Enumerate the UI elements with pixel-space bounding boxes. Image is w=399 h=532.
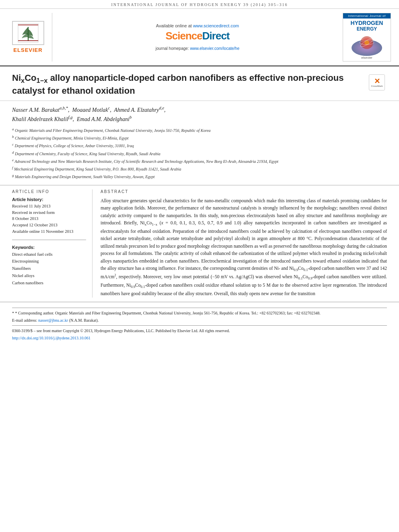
sciencedirect-logo: ScienceDirect	[166, 30, 230, 42]
keywords-section: Keywords: Direct ethanol fuel cells Elec…	[12, 245, 86, 287]
author-barakat: Nasser A.M. Barakat	[12, 107, 60, 113]
abdelghani-affiliation: b	[130, 115, 132, 119]
elsevier-logo-box	[12, 21, 44, 45]
journal-homepage: journal homepage: www.elsevier.com/locat…	[156, 46, 239, 51]
keyword-5: Carbon nanofibers	[12, 279, 86, 287]
doi-note: http://dx.doi.org/10.1016/j.ijhydene.201…	[12, 335, 387, 341]
header: ELSEVIER Available online at www.science…	[0, 9, 399, 66]
keywords-label: Keywords:	[12, 245, 86, 250]
journal-banner: INTERNATIONAL JOURNAL OF HYDROGEN ENERGY…	[0, 0, 399, 9]
corresponding-author-note: * * Corresponding author. Organic Materi…	[12, 310, 387, 316]
elsevier-label: ELSEVIER	[13, 47, 42, 53]
crossmark-image: ✕ CrossMark	[369, 74, 385, 90]
logo-science: Science	[166, 30, 202, 42]
history-revised-date: 8 October 2013	[12, 216, 86, 222]
footer-divider-2	[12, 325, 387, 326]
crossmark-label: CrossMark	[371, 85, 383, 87]
article-info-col: ARTICLE INFO Article history: Received 1…	[12, 189, 93, 298]
article-title-header: NixCo1−x alloy nanoparticle-doped carbon…	[12, 72, 387, 97]
crossmark-x-icon: ✕	[374, 78, 380, 85]
journal-title-energy: ENERGY	[351, 26, 383, 32]
sciencedirect-url: www.sciencedirect.com	[193, 23, 239, 28]
logo-direct: Direct	[202, 30, 230, 42]
author-email-link[interactable]: nasser@jbnu.ac.kr	[38, 318, 68, 322]
journal-cover-banner: International Journal of	[343, 13, 391, 18]
article-title: NixCo1−x alloy nanoparticle-doped carbon…	[12, 72, 365, 97]
author-khalil: Khalil Abdelrazek Khalil	[12, 116, 68, 122]
history-accepted: Accepted 12 October 2013	[12, 222, 86, 228]
article-history: Article history: Received 11 July 2013 R…	[12, 197, 86, 235]
subscript-1x: 1−x	[37, 77, 48, 84]
available-online-text: Available online at www.sciencedirect.co…	[156, 23, 239, 28]
affiliation-f: f Mechanical Engineering Department, Kin…	[12, 165, 387, 172]
author-abdelghani: Emad A.M. Abdelghani	[77, 116, 130, 122]
history-available: Available online 11 November 2013	[12, 228, 86, 235]
abstract-col: ABSTRACT Alloy structure generates speci…	[101, 189, 387, 298]
footer-divider	[12, 308, 387, 308]
journal-homepage-link[interactable]: www.elsevier.com/locate/he	[190, 46, 239, 51]
footer-section: * * Corresponding author. Organic Materi…	[0, 302, 399, 345]
elsevier-svg-icon	[16, 23, 40, 43]
email-note: E-mail address: nasser@jbnu.ac.kr (N.A.M…	[12, 317, 387, 323]
motlak-affiliation: c	[108, 106, 110, 110]
authors-list: Nasser A.M. Barakata,b,*, Moaaed Motlakc…	[12, 105, 387, 123]
corresponding-author-text: * Corresponding author. Organic Material…	[15, 311, 321, 315]
copyright-text: 0360-3199/$ – see front matter Copyright…	[12, 329, 230, 333]
affiliation-d: d Department of Chemistry, Faculty of Sc…	[12, 150, 387, 157]
abstract-title: ABSTRACT	[101, 189, 387, 194]
journal-cover-graphic	[351, 34, 383, 56]
keyword-2: Electrospinning	[12, 258, 86, 265]
article-title-section: NixCo1−x alloy nanoparticle-doped carbon…	[0, 66, 399, 101]
barakat-affiliation: a,b,*	[60, 106, 68, 110]
doi-link[interactable]: http://dx.doi.org/10.1016/j.ijhydene.201…	[12, 336, 90, 340]
article-info-title: ARTICLE INFO	[12, 189, 86, 194]
email-attribution: (N.A.M. Barakat).	[69, 318, 99, 322]
header-center: Available online at www.sciencedirect.co…	[56, 13, 339, 62]
authors-section: Nasser A.M. Barakata,b,*, Moaaed Motlakc…	[0, 101, 399, 185]
keyword-4: Nickel alloys	[12, 272, 86, 279]
author-elzatahry: Ahmed A. Elzatahry	[114, 107, 159, 113]
svg-point-7	[364, 40, 369, 45]
copyright-note: 0360-3199/$ – see front matter Copyright…	[12, 328, 387, 334]
journal-cover-title: HYDROGEN ENERGY	[351, 20, 383, 32]
journal-title-hydrogen: HYDROGEN	[351, 20, 383, 26]
khalil-affiliation: f,g	[68, 115, 73, 119]
affiliation-a: a Organic Materials and Fiber Engineerin…	[12, 127, 387, 134]
affiliation-b: b Chemical Engineering Department, Minia…	[12, 134, 387, 141]
affiliation-e: e Advanced Technology and New Materials …	[12, 158, 387, 164]
journal-name: INTERNATIONAL JOURNAL OF HYDROGEN ENERGY…	[111, 2, 288, 7]
elsevier-logo: ELSEVIER	[8, 13, 52, 62]
history-label: Article history:	[12, 197, 86, 202]
elzatahry-affiliation: d,e	[159, 106, 165, 110]
journal-cover: International Journal of HYDROGEN ENERGY	[343, 13, 391, 62]
affiliation-g: g Materials Engineering and Design Depar…	[12, 173, 387, 180]
journal-cover-content: HYDROGEN ENERGY elsevier	[349, 18, 385, 61]
history-received: Received 11 July 2013	[12, 203, 86, 210]
keyword-1: Direct ethanol fuel cells	[12, 251, 86, 258]
history-revised-label: Received in revised form	[12, 210, 86, 216]
journal-cover-small-text: elsevier	[361, 56, 372, 60]
crossmark-badge: ✕ CrossMark	[369, 74, 387, 90]
affiliation-c: c Department of Physics, College of Scie…	[12, 142, 387, 149]
subscript-x: x	[21, 77, 25, 84]
keyword-3: Nanofibers	[12, 265, 86, 272]
abstract-text: Alloy structure generates special charac…	[101, 197, 387, 298]
two-col-section: ARTICLE INFO Article history: Received 1…	[0, 185, 399, 302]
author-motlak: Moaaed Motlak	[72, 107, 108, 113]
affiliations-list: a Organic Materials and Fiber Engineerin…	[12, 127, 387, 180]
divider	[12, 240, 86, 240]
